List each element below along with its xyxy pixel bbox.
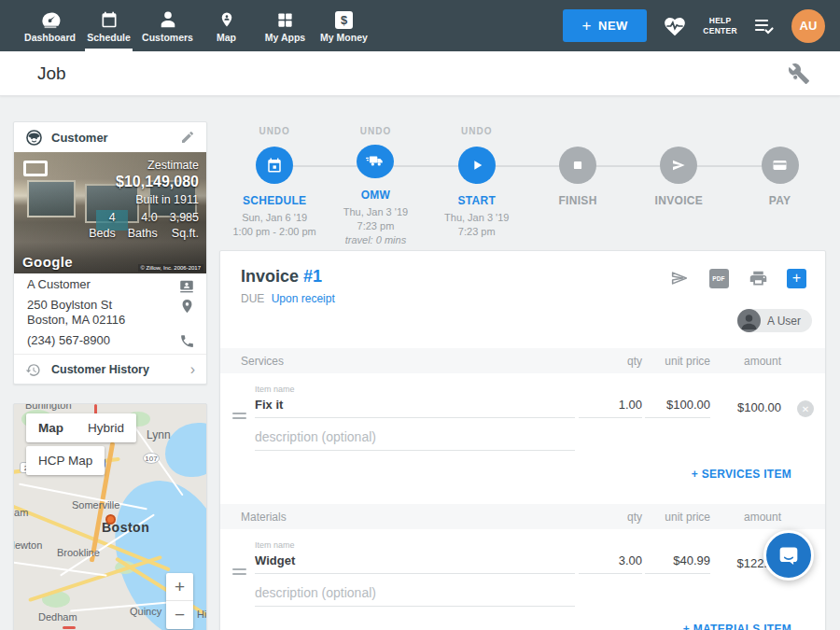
map-button[interactable]: Map <box>26 413 76 442</box>
invoice-title: Invoice#1 <box>241 267 322 287</box>
send-step-icon[interactable] <box>660 147 697 184</box>
top-navbar: Dashboard Schedule Customers Map <box>0 0 840 51</box>
service-item-name-input[interactable] <box>255 396 575 418</box>
assigned-user-chip[interactable]: A User <box>737 309 812 332</box>
nav-item-customers[interactable]: Customers <box>138 0 197 51</box>
due-value-link[interactable]: Upon receipt <box>272 292 335 305</box>
nav-item-map[interactable]: Map <box>197 0 256 51</box>
timeline-step-schedule: UNDO SCHEDULE Sun, Jan 6 '19 1:00 pm - 2… <box>224 126 325 247</box>
streetview-toggle-icon[interactable] <box>23 161 48 176</box>
customer-phone: (234) 567-8900 <box>27 333 110 348</box>
customer-card-header: Customer <box>14 122 206 152</box>
page-title: Job <box>37 63 66 84</box>
undo-link[interactable]: UNDO <box>259 126 289 144</box>
undo-link[interactable]: UNDO <box>360 126 391 142</box>
pdf-icon[interactable]: PDF <box>708 268 729 288</box>
nav-label: My Apps <box>265 32 305 43</box>
truck-step-icon[interactable] <box>357 145 394 178</box>
timeline-step-start: UNDO START Thu, Jan 3 '19 7:23 pm <box>427 126 527 247</box>
calendar-icon <box>100 8 119 29</box>
unit-price-column-header: unit price <box>665 511 710 524</box>
step-label[interactable]: SCHEDULE <box>243 194 306 207</box>
customer-history-row[interactable]: Customer History › <box>14 354 206 385</box>
nav-label: My Money <box>320 32 368 43</box>
zoom-out-button[interactable]: − <box>166 601 193 629</box>
invoice-card: Invoice#1 DUE Upon receipt PDF + A User <box>219 250 826 630</box>
chevron-right-icon: › <box>190 361 195 378</box>
zillow-copyright: © Zillow, Inc. 2006-2017 <box>138 264 203 272</box>
map-type-buttons: Map Hybrid <box>26 413 136 442</box>
play-step-icon[interactable] <box>458 147 496 184</box>
step-label: INVOICE <box>655 194 703 207</box>
map-pin-icon[interactable] <box>179 298 195 315</box>
hybrid-button[interactable]: Hybrid <box>76 413 136 442</box>
services-header: Services qty unit price amount <box>220 348 825 373</box>
service-unit-price-input[interactable] <box>645 396 710 418</box>
print-icon[interactable] <box>748 268 768 288</box>
customer-name-row: A Customer <box>27 277 195 294</box>
remove-item-icon[interactable]: ✕ <box>797 400 814 417</box>
invoice-due: DUE Upon receipt <box>241 292 335 305</box>
plus-icon: + <box>582 18 592 34</box>
edit-pencil-icon[interactable] <box>180 130 195 145</box>
schedule-step-icon[interactable] <box>256 147 293 184</box>
google-watermark: Google <box>22 254 73 270</box>
step-details: Thu, Jan 3 '19 7:23 pm <box>444 211 509 239</box>
send-invoice-icon[interactable] <box>669 268 690 288</box>
step-time: 1:00 pm - 2:00 pm <box>233 225 316 239</box>
map-pin-icon <box>218 8 235 29</box>
material-description-input[interactable] <box>255 584 575 607</box>
nav-item-my-money[interactable]: $ My Money <box>315 0 373 51</box>
credit-card-step-icon[interactable] <box>762 147 799 184</box>
help-center-line2: CENTER <box>703 26 737 36</box>
new-button[interactable]: + NEW <box>563 9 647 42</box>
step-time: 7:23 pm <box>444 225 509 239</box>
materials-section-label: Materials <box>241 511 825 524</box>
nav-item-schedule[interactable]: Schedule <box>79 0 138 51</box>
material-item-name-input[interactable] <box>255 552 575 574</box>
app-window: Dashboard Schedule Customers Map <box>0 0 840 630</box>
contact-card-icon[interactable] <box>178 277 195 294</box>
nav-menu: Dashboard Schedule Customers Map <box>0 0 373 51</box>
nav-item-dashboard[interactable]: Dashboard <box>21 0 79 51</box>
user-avatar[interactable]: AU <box>791 9 825 43</box>
nav-item-my-apps[interactable]: My Apps <box>256 0 315 51</box>
job-tools-icon[interactable] <box>788 63 810 85</box>
map-widget[interactable]: Burlington Lynn Somerville Boston ham Ne… <box>13 403 207 630</box>
add-services-item-link[interactable]: + SERVICES ITEM <box>692 468 791 481</box>
baths-value: 4.0 <box>128 210 158 226</box>
hcp-map-button[interactable]: HCP Map <box>26 446 105 475</box>
invoice-title-text: Invoice <box>241 267 299 286</box>
nav-label: Schedule <box>87 32 131 43</box>
drag-handle[interactable] <box>232 566 246 578</box>
help-center-line1: HELP <box>703 16 737 26</box>
step-label[interactable]: START <box>457 194 496 207</box>
material-qty-input[interactable] <box>579 552 642 574</box>
nav-actions: + NEW HELP CENTER AU <box>563 0 840 51</box>
phone-icon[interactable] <box>179 333 195 349</box>
add-materials-item-link[interactable]: + MATERIALS ITEM <box>683 623 791 630</box>
activity-list-icon[interactable] <box>753 17 776 35</box>
step-time: 7:23 pm <box>343 219 408 233</box>
undo-link[interactable]: UNDO <box>461 126 492 144</box>
page-header: Job <box>0 51 840 96</box>
invoice-number: #1 <box>303 267 322 286</box>
health-heart-icon[interactable] <box>663 15 687 37</box>
step-label[interactable]: OMW <box>361 189 391 202</box>
add-invoice-icon[interactable]: + <box>787 269 806 288</box>
material-unit-price-input[interactable] <box>645 552 710 574</box>
due-label: DUE <box>241 292 264 305</box>
plus-glyph: + <box>792 270 801 287</box>
help-center-link[interactable]: HELP CENTER <box>703 16 737 35</box>
service-description-input[interactable] <box>255 428 575 451</box>
chat-messenger-button[interactable] <box>763 530 814 581</box>
customer-address-row: 250 Boylston St Boston, MA 02116 <box>27 298 195 329</box>
stop-step-icon[interactable] <box>559 147 596 184</box>
zestimate-label: Zestimate <box>89 159 199 172</box>
dashboard-icon <box>40 8 61 29</box>
service-qty-input[interactable] <box>579 396 642 418</box>
qty-column-header: qty <box>627 511 642 524</box>
zoom-in-button[interactable]: + <box>166 573 193 601</box>
customer-face-icon <box>25 129 43 147</box>
drag-handle[interactable] <box>232 410 246 422</box>
